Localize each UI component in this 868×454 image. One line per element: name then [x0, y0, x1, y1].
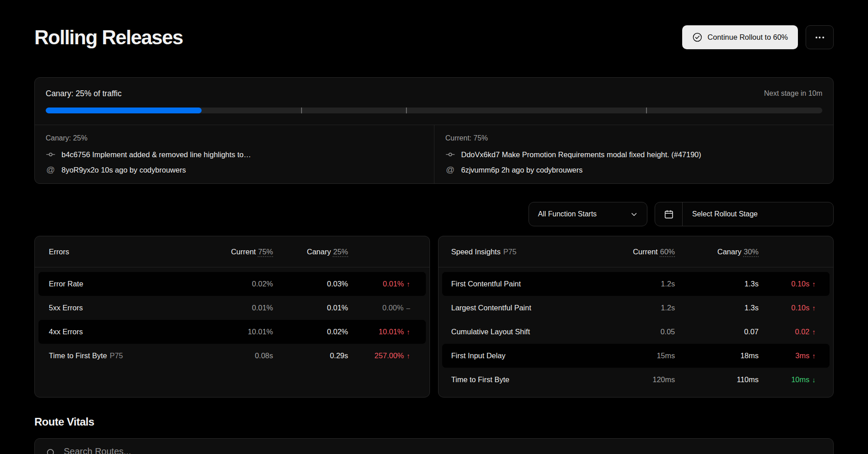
metric-current-value: 0.05	[607, 328, 675, 336]
delta-arrow-icon: ↑	[812, 328, 816, 336]
metric-current-value: 10.01%	[205, 328, 273, 336]
canary-traffic-title: Canary: 25% of traffic	[46, 89, 122, 98]
metric-row: Error Rate0.02%0.03%0.01%↑	[38, 272, 426, 296]
current-deployment-row[interactable]: @ 6zjvumm6p 2h ago by codybrouwers	[445, 165, 822, 175]
metric-canary-value: 1.3s	[675, 280, 759, 288]
canary-percent-tooltip[interactable]: 25%	[333, 248, 348, 256]
metric-label: Cumulative Layout Shift	[451, 328, 607, 336]
current-percent-tooltip[interactable]: 60%	[660, 248, 675, 256]
metric-row: First Input Delay15ms18ms3ms↑	[442, 344, 830, 368]
metric-delta: 10.01%↑	[348, 328, 410, 336]
metric-label: Time to First ByteP75	[49, 351, 205, 360]
metric-row: Cumulative Layout Shift0.050.070.02↑	[442, 320, 830, 344]
canary-commit-message: b4c6756 Implement added & removed line h…	[61, 150, 251, 159]
next-stage-label: Next stage in 10m	[764, 89, 822, 98]
metric-delta: 3ms↑	[759, 351, 816, 360]
metric-row: 5xx Errors0.01%0.01%0.00%–	[38, 296, 426, 320]
errors-table-rows: Error Rate0.02%0.03%0.01%↑5xx Errors0.01…	[35, 267, 429, 368]
continue-rollout-label: Continue Rollout to 60%	[708, 33, 788, 42]
current-deployment-info: 6zjvumm6p 2h ago by codybrouwers	[461, 166, 583, 174]
metric-canary-value: 0.01%	[273, 304, 348, 312]
metric-canary-value: 0.03%	[273, 280, 348, 288]
current-percent-tooltip[interactable]: 75%	[258, 248, 273, 256]
stage-divider	[646, 108, 647, 113]
progress-fill	[46, 108, 202, 113]
rollout-progress-bar	[46, 108, 822, 113]
deployment-icon: @	[445, 165, 455, 175]
metric-canary-value: 110ms	[675, 375, 759, 384]
search-icon	[46, 446, 56, 454]
canary-column-header: Canary25%	[273, 248, 348, 256]
delta-arrow-icon: ↑	[407, 352, 410, 360]
speed-insights-table-title: Speed InsightsP75	[451, 248, 607, 256]
chevron-down-icon	[630, 211, 638, 218]
metric-delta: 0.10s↑	[759, 304, 816, 312]
metric-current-value: 15ms	[607, 351, 675, 360]
canary-stage-label: Canary: 25%	[46, 134, 423, 143]
route-vitals-title: Route Vitals	[34, 416, 834, 429]
current-column-header: Current75%	[205, 248, 273, 256]
canary-rollout-card: Canary: 25% of traffic Next stage in 10m…	[34, 77, 834, 184]
ellipsis-icon	[816, 37, 824, 38]
metric-canary-value: 0.07	[675, 328, 759, 336]
metric-current-value: 0.01%	[205, 304, 273, 312]
current-column: Current: 75% DdoVx6kd7 Make Promotion Re…	[434, 125, 833, 183]
metric-current-value: 0.02%	[205, 280, 273, 288]
canary-commit-row[interactable]: b4c6756 Implement added & removed line h…	[46, 150, 423, 159]
function-starts-label: All Function Starts	[538, 210, 597, 218]
current-commit-row[interactable]: DdoVx6kd7 Make Promotion Requirements mo…	[445, 150, 822, 159]
metric-label: First Input Delay	[451, 351, 607, 360]
metric-row: Time to First Byte120ms110ms10ms↓	[442, 368, 830, 392]
canary-percent-tooltip[interactable]: 30%	[744, 248, 759, 256]
stage-divider	[301, 108, 302, 113]
delta-arrow-icon: ↑	[407, 280, 410, 288]
current-stage-label: Current: 75%	[445, 134, 822, 143]
metric-current-value: 120ms	[607, 375, 675, 384]
metric-label: 4xx Errors	[49, 328, 205, 336]
metric-canary-value: 0.02%	[273, 328, 348, 336]
canary-column: Canary: 25% b4c6756 Implement added & re…	[35, 125, 434, 183]
current-commit-message: DdoVx6kd7 Make Promotion Requirements mo…	[461, 150, 701, 159]
current-column-header: Current60%	[607, 248, 675, 256]
page-title: Rolling Releases	[34, 26, 183, 49]
deployment-icon: @	[46, 165, 56, 175]
metric-row: 4xx Errors10.01%0.02%10.01%↑	[38, 320, 426, 344]
canary-deployment-row[interactable]: @ 8yoR9yx2o 10s ago by codybrouwers	[46, 165, 423, 175]
delta-arrow-icon: –	[406, 304, 410, 312]
metric-label: Error Rate	[49, 280, 205, 288]
errors-table-card: Errors Current75% Canary25% Error Rate0.…	[34, 236, 430, 398]
rollout-stage-label: Select Rollout Stage	[683, 202, 758, 226]
speed-insights-table-card: Speed InsightsP75 Current60% Canary30% F…	[438, 236, 834, 398]
errors-table-title: Errors	[49, 248, 205, 256]
delta-arrow-icon: ↓	[812, 376, 816, 384]
rolling-releases-page: Rolling Releases Continue Rollout to 60%…	[0, 25, 868, 454]
calendar-icon	[655, 202, 683, 226]
overflow-menu-button[interactable]	[806, 25, 834, 49]
canary-column-header: Canary30%	[675, 248, 759, 256]
metric-delta: 0.00%–	[348, 304, 410, 312]
delta-arrow-icon: ↑	[407, 328, 410, 336]
metric-label: Time to First Byte	[451, 375, 607, 384]
delta-arrow-icon: ↑	[812, 352, 816, 360]
metric-delta: 0.02↑	[759, 328, 816, 336]
stage-divider	[406, 108, 407, 113]
metric-canary-value: 1.3s	[675, 304, 759, 312]
metric-delta: 0.10s↑	[759, 280, 816, 288]
metric-current-value: 0.08s	[205, 351, 273, 360]
git-commit-icon	[46, 150, 56, 159]
metric-delta: 257.00%↑	[348, 351, 410, 360]
metric-row: Time to First ByteP750.08s0.29s257.00%↑	[38, 344, 426, 368]
route-search-input[interactable]	[64, 446, 822, 454]
function-starts-select[interactable]: All Function Starts	[528, 202, 647, 226]
metric-current-value: 1.2s	[607, 280, 675, 288]
metric-label: First Contentful Paint	[451, 280, 607, 288]
header-actions: Continue Rollout to 60%	[682, 25, 834, 49]
continue-rollout-button[interactable]: Continue Rollout to 60%	[682, 25, 798, 49]
metric-row: Largest Contentful Paint1.2s1.3s0.10s↑	[442, 296, 830, 320]
speed-insights-table-rows: First Contentful Paint1.2s1.3s0.10s↑Larg…	[439, 267, 833, 392]
metric-current-value: 1.2s	[607, 304, 675, 312]
rollout-stage-select[interactable]: Select Rollout Stage	[655, 202, 834, 226]
git-commit-icon	[445, 150, 455, 159]
metrics-tables: Errors Current75% Canary25% Error Rate0.…	[34, 236, 834, 398]
metric-delta: 10ms↓	[759, 375, 816, 384]
